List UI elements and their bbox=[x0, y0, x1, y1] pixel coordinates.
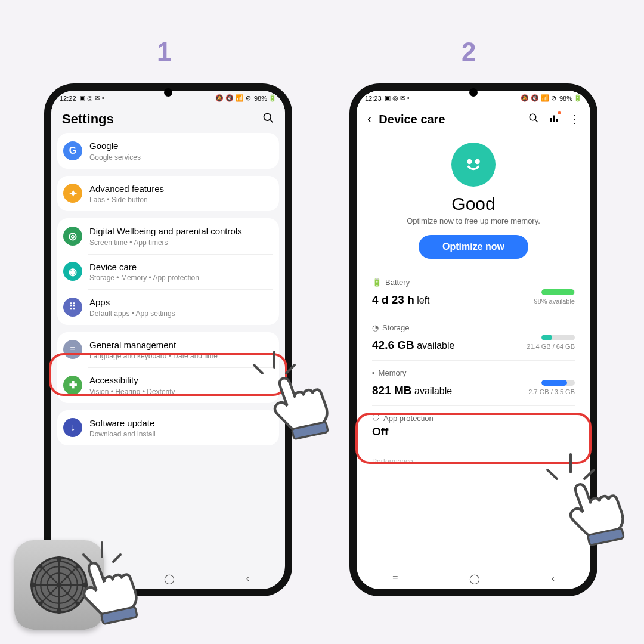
item-title: Digital Wellbeing and parental controls bbox=[89, 225, 273, 237]
google-icon: G bbox=[63, 141, 82, 160]
status-heading: Good bbox=[365, 194, 582, 214]
svg-point-8 bbox=[476, 160, 479, 163]
status-battery-pct: 98% bbox=[254, 95, 267, 102]
apps-icon: ⠿ bbox=[63, 298, 82, 317]
page-title: Settings bbox=[62, 112, 114, 127]
svg-point-0 bbox=[264, 113, 271, 120]
nav-home-icon[interactable]: ◯ bbox=[164, 573, 175, 584]
metric-label: App protection bbox=[383, 414, 434, 423]
metric-note: 21.4 GB / 64 GB bbox=[527, 343, 575, 350]
svg-point-29 bbox=[39, 565, 43, 569]
metric-value: 4 d 23 h bbox=[372, 293, 414, 306]
item-sub: Language and keyboard • Date and time bbox=[89, 352, 273, 360]
page-header: Settings bbox=[51, 103, 285, 133]
item-sub: Labs • Side button bbox=[89, 196, 273, 204]
tap-pointer-icon bbox=[553, 470, 631, 550]
search-icon[interactable] bbox=[262, 112, 274, 127]
camera-notch bbox=[469, 88, 478, 97]
metric-unit: available bbox=[414, 386, 452, 396]
svg-rect-5 bbox=[553, 115, 555, 122]
nav-recents-icon[interactable]: ≡ bbox=[392, 573, 398, 584]
status-battery-pct: 98% bbox=[559, 95, 572, 102]
svg-line-1 bbox=[270, 119, 273, 122]
settings-item-apps[interactable]: ⠿ Apps Default apps • App settings bbox=[57, 289, 279, 325]
settings-item-accessibility[interactable]: ✚ Accessibility Vision • Hearing • Dexte… bbox=[57, 367, 279, 403]
nav-back-icon[interactable]: ‹ bbox=[246, 573, 249, 584]
step-label-1: 1 bbox=[157, 37, 171, 67]
storage-small-icon: ◔ bbox=[372, 323, 379, 332]
item-title: Device care bbox=[89, 261, 273, 273]
svg-point-32 bbox=[39, 602, 43, 606]
status-icons-right: 🔕 🔇 📶 ⊘ bbox=[521, 94, 558, 102]
item-title: Software update bbox=[89, 417, 273, 429]
chart-icon[interactable] bbox=[549, 113, 559, 126]
battery-icon: 🔋 bbox=[574, 94, 582, 102]
optimize-button[interactable]: Optimize now bbox=[419, 235, 528, 259]
metric-value: 821 MB bbox=[372, 384, 412, 397]
tap-pointer-icon bbox=[258, 364, 335, 444]
settings-item-google[interactable]: G Google Google services bbox=[57, 133, 279, 169]
item-sub: Vision • Hearing • Dexterity bbox=[89, 388, 273, 396]
screen-settings: 12:22 ▣ ◎ ✉ • 🔕 🔇 📶 ⊘ 98% 🔋 Settings G bbox=[51, 91, 285, 589]
item-title: Accessibility bbox=[89, 374, 273, 386]
metric-label: Battery bbox=[385, 278, 410, 287]
status-icons-left: ▣ ◎ ✉ • bbox=[78, 94, 104, 102]
settings-item-general[interactable]: ≡ General management Language and keyboa… bbox=[57, 332, 279, 368]
step-label-2: 2 bbox=[462, 37, 476, 67]
item-sub: Google services bbox=[89, 153, 273, 162]
metric-unit: available bbox=[417, 340, 454, 351]
status-time: 12:23 bbox=[365, 95, 382, 102]
item-title: General management bbox=[89, 339, 273, 351]
svg-point-27 bbox=[30, 583, 36, 588]
device-status-block: Good Optimize now to free up more memory… bbox=[357, 133, 590, 270]
memory-small-icon: ▪ bbox=[372, 369, 375, 377]
svg-point-2 bbox=[530, 114, 536, 120]
status-icons-right: 🔕 🔇 📶 ⊘ bbox=[215, 94, 253, 102]
settings-item-device-care[interactable]: ◉ Device care Storage • Memory • App pro… bbox=[57, 254, 279, 290]
metric-battery[interactable]: 🔋Battery 4 d 23 h left 98% available bbox=[363, 270, 584, 315]
nav-home-icon[interactable]: ◯ bbox=[469, 573, 480, 584]
metric-label: Memory bbox=[379, 369, 407, 377]
metric-note: 2.7 GB / 3.5 GB bbox=[528, 388, 575, 395]
metric-app-protection[interactable]: 🛡App protection Off bbox=[363, 405, 584, 447]
smiley-icon bbox=[451, 143, 496, 187]
item-title: Google bbox=[89, 140, 273, 152]
item-sub: Download and install bbox=[89, 430, 273, 438]
settings-item-wellbeing[interactable]: ◎ Digital Wellbeing and parental control… bbox=[57, 218, 279, 254]
shield-small-icon: 🛡 bbox=[372, 414, 380, 423]
more-icon[interactable]: ⋮ bbox=[569, 113, 580, 126]
tap-pointer-icon bbox=[67, 549, 144, 628]
search-icon[interactable] bbox=[528, 113, 539, 126]
settings-item-update[interactable]: ↓ Software update Download and install bbox=[57, 410, 279, 446]
status-time: 12:22 bbox=[60, 95, 76, 102]
metric-unit: left bbox=[417, 295, 429, 305]
camera-notch bbox=[164, 88, 172, 97]
metric-memory[interactable]: ▪Memory 821 MB available 2.7 GB / 3.5 GB bbox=[363, 360, 584, 405]
svg-point-7 bbox=[468, 160, 471, 163]
wellbeing-icon: ◎ bbox=[63, 227, 82, 246]
metric-storage[interactable]: ◔Storage 42.6 GB available 21.4 GB / 64 … bbox=[363, 315, 584, 360]
metric-value: Off bbox=[372, 425, 388, 438]
update-icon: ↓ bbox=[63, 418, 82, 437]
svg-rect-4 bbox=[550, 118, 552, 122]
phone-frame-1: 12:22 ▣ ◎ ✉ • 🔕 🔇 📶 ⊘ 98% 🔋 Settings G bbox=[44, 83, 292, 596]
settings-list: G Google Google services ✦ Advanced feat… bbox=[51, 133, 285, 445]
nav-back-icon[interactable]: ‹ bbox=[552, 573, 555, 584]
svg-point-26 bbox=[57, 609, 62, 614]
android-navbar: ≡ ◯ ‹ bbox=[357, 568, 590, 589]
battery-icon: 🔋 bbox=[268, 94, 277, 102]
device-care-icon: ◉ bbox=[63, 262, 82, 281]
item-sub: Screen time • App timers bbox=[89, 239, 273, 247]
metric-label: Storage bbox=[382, 323, 410, 332]
status-subtext: Optimize now to free up more memory. bbox=[365, 216, 582, 225]
item-title: Advanced features bbox=[89, 183, 273, 195]
settings-item-advanced[interactable]: ✦ Advanced features Labs • Side button bbox=[57, 176, 279, 212]
back-icon[interactable]: ‹ bbox=[367, 112, 371, 127]
page-header: ‹ Device care ⋮ bbox=[357, 103, 590, 133]
svg-point-25 bbox=[57, 556, 62, 562]
svg-rect-6 bbox=[556, 119, 558, 122]
battery-small-icon: 🔋 bbox=[372, 278, 382, 287]
svg-line-3 bbox=[535, 119, 538, 122]
general-icon: ≡ bbox=[63, 340, 82, 359]
metric-value: 42.6 GB bbox=[372, 339, 414, 351]
